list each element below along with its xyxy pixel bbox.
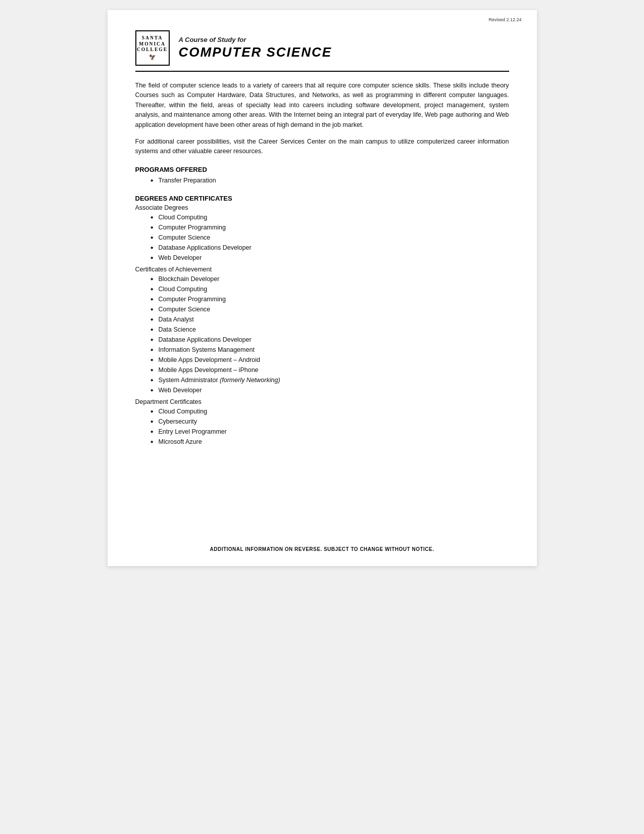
list-item: Microsoft Azure: [151, 437, 509, 447]
list-item: Computer Science: [151, 233, 509, 243]
list-item: Web Developer: [151, 253, 509, 263]
list-item: Cloud Computing: [151, 212, 509, 222]
associate-list: Cloud Computing Computer Programming Com…: [135, 212, 509, 263]
revised-label: Revised 2.12.24: [488, 17, 521, 22]
list-item: Database Applications Developer: [151, 243, 509, 253]
smc-logo: SANTA MONICA COLLEGE 🦅: [135, 30, 170, 66]
programs-heading: PROGRAMS OFFERED: [135, 166, 509, 173]
associate-label: Associate Degrees: [135, 204, 509, 211]
intro-paragraph1: The field of computer science leads to a…: [135, 81, 509, 130]
list-item: Mobile Apps Development – Android: [151, 355, 509, 365]
list-item: Cybersecurity: [151, 416, 509, 427]
list-item: Computer Science: [151, 304, 509, 314]
list-item: Entry Level Programmer: [151, 427, 509, 437]
header-divider: [135, 71, 509, 72]
list-item: Blockchain Developer: [151, 274, 509, 284]
list-item: Mobile Apps Development – iPhone: [151, 365, 509, 375]
certificates-achievement-list: Blockchain Developer Cloud Computing Com…: [135, 274, 509, 395]
logo-line2: MONICA: [139, 41, 166, 48]
list-item: Cloud Computing: [151, 284, 509, 294]
page: Revised 2.12.24 SANTA MONICA COLLEGE 🦅 A…: [108, 10, 537, 566]
list-item: Computer Programming: [151, 222, 509, 233]
list-item: System Administrator (formerly Networkin…: [151, 375, 509, 385]
smc-seal-icon: 🦅: [149, 54, 156, 61]
logo-line3: COLLEGE: [137, 47, 168, 53]
programs-list: Transfer Preparation: [135, 175, 509, 186]
list-item: Computer Programming: [151, 294, 509, 304]
list-item: Web Developer: [151, 385, 509, 395]
dept-certificates-list: Cloud Computing Cybersecurity Entry Leve…: [135, 406, 509, 447]
degrees-heading: DEGREES AND CERTIFICATES: [135, 195, 509, 202]
list-item: Information Systems Management: [151, 345, 509, 355]
list-item: Transfer Preparation: [151, 175, 509, 186]
dept-certificates-label: Department Certificates: [135, 398, 509, 405]
logo-line1: SANTA: [142, 35, 163, 41]
footer-text: ADDITIONAL INFORMATION ON REVERSE. SUBJE…: [108, 546, 537, 552]
list-item: Cloud Computing: [151, 406, 509, 416]
main-title: COMPUTER SCIENCE: [179, 44, 332, 60]
header-title-area: A Course of Study for COMPUTER SCIENCE: [179, 36, 332, 60]
course-study-label: A Course of Study for: [179, 36, 332, 43]
certificates-achievement-label: Certificates of Achievement: [135, 266, 509, 273]
list-item: Data Analyst: [151, 314, 509, 325]
header-section: SANTA MONICA COLLEGE 🦅 A Course of Study…: [135, 30, 509, 66]
logo-area: SANTA MONICA COLLEGE 🦅: [135, 30, 170, 66]
list-item: Data Science: [151, 325, 509, 335]
list-item: Database Applications Developer: [151, 335, 509, 345]
intro-paragraph2: For additional career possibilities, vis…: [135, 137, 509, 157]
